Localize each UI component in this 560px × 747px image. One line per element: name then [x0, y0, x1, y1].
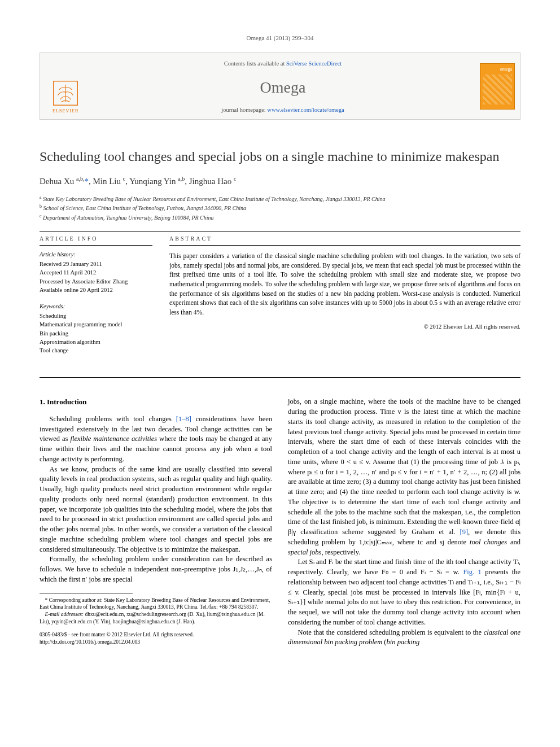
- front-matter-line: 0305-0483/$ - see front matter © 2012 El…: [40, 631, 272, 639]
- homepage-prefix: journal homepage:: [221, 107, 267, 113]
- authors-line: Dehua Xu a,b,*, Min Liu c, Yunqiang Yin …: [40, 175, 520, 187]
- keyword: Bin packing: [40, 329, 152, 338]
- history-line: Received 29 January 2011: [40, 260, 152, 268]
- article-info-heading: ARTICLE INFO: [40, 231, 152, 246]
- history-line: Processed by Associate Editor Zhang: [40, 277, 152, 286]
- history-line: Accepted 11 April 2012: [40, 268, 152, 277]
- abstract-heading: ABSTRACT: [169, 231, 520, 246]
- article-info-column: ARTICLE INFO Article history: Received 2…: [40, 231, 152, 355]
- abstract-copyright: © 2012 Elsevier Ltd. All rights reserved…: [169, 323, 520, 331]
- article-body: 1. Introduction Scheduling problems with…: [40, 397, 520, 648]
- footnotes: * Corresponding author at: State Key Lab…: [40, 597, 272, 626]
- contents-prefix: Contents lists available at: [224, 60, 286, 67]
- journal-cover: omega: [480, 63, 515, 110]
- corr-label: * Corresponding author at:: [45, 597, 104, 603]
- body-paragraph: Formally, the scheduling problem under c…: [40, 554, 272, 584]
- body-paragraph: As we know, products of the same kind ar…: [40, 465, 272, 555]
- publisher-name: ELSEVIER: [53, 107, 79, 115]
- article-history: Article history: Received 29 January 201…: [40, 250, 152, 294]
- affiliation-line: b School of Science, East China Institut…: [40, 203, 520, 212]
- elsevier-logo: ELSEVIER: [49, 75, 82, 115]
- footnote-separator: [40, 593, 133, 593]
- masthead-center: Contents lists available at SciVerse Sci…: [91, 53, 475, 119]
- article-title: Scheduling tool changes and special jobs…: [40, 148, 520, 165]
- keywords-block: Keywords: SchedulingMathematical program…: [40, 302, 152, 355]
- abstract-text: This paper considers a variation of the …: [169, 251, 520, 317]
- section-title: Introduction: [47, 397, 87, 406]
- journal-cover-art: [483, 75, 512, 104]
- affiliations: a State Key Laboratory Breeding Base of …: [40, 194, 520, 222]
- body-paragraph: jobs, on a single machine, where the too…: [288, 397, 520, 557]
- corresponding-author-note: * Corresponding author at: State Key Lab…: [40, 597, 272, 611]
- email-label: E-mail addresses:: [45, 611, 85, 617]
- affiliation-line: c Department of Automation, Tsinghua Uni…: [40, 213, 520, 222]
- header-citation: Omega 41 (2013) 299–304: [40, 34, 520, 42]
- email-addresses-note: E-mail addresses: dhxu@ecit.edu.cn, xu@s…: [40, 611, 272, 626]
- doi-link[interactable]: http://dx.doi.org/10.1016/j.omega.2012.0…: [40, 639, 272, 646]
- citation-link[interactable]: [1–8]: [176, 415, 191, 423]
- body-paragraph: Let Sᵢ and Fᵢ be the start time and fini…: [288, 557, 520, 627]
- affiliation-line: a State Key Laboratory Breeding Base of …: [40, 194, 520, 203]
- body-paragraph: Note that the considered scheduling prob…: [288, 628, 520, 648]
- section-number: 1.: [40, 397, 45, 406]
- keyword: Tool change: [40, 346, 152, 355]
- journal-masthead: ELSEVIER Contents lists available at Sci…: [40, 53, 520, 120]
- elsevier-tree-icon: [53, 81, 78, 106]
- keyword: Approximation algorithm: [40, 338, 152, 346]
- citation-link[interactable]: Fig. 1: [463, 568, 482, 576]
- citation-link[interactable]: [9]: [460, 528, 469, 536]
- journal-homepage-link[interactable]: www.elsevier.com/locate/omega: [267, 107, 344, 113]
- doi-block: 0305-0483/$ - see front matter © 2012 El…: [40, 631, 272, 646]
- journal-cover-cell: omega: [475, 53, 520, 119]
- abstract-column: ABSTRACT This paper considers a variatio…: [169, 231, 520, 355]
- bottom-rule: [40, 377, 520, 378]
- publisher-logo-cell: ELSEVIER: [40, 53, 91, 119]
- history-label: Article history:: [40, 250, 152, 259]
- keyword: Mathematical programming model: [40, 320, 152, 329]
- journal-name: Omega: [91, 76, 475, 98]
- contents-lists-line: Contents lists available at SciVerse Sci…: [91, 60, 475, 68]
- history-line: Available online 20 April 2012: [40, 286, 152, 294]
- section-heading: 1. Introduction: [40, 397, 272, 407]
- journal-homepage-line: journal homepage: www.elsevier.com/locat…: [91, 106, 475, 115]
- keywords-label: Keywords:: [40, 302, 152, 311]
- journal-cover-label: omega: [483, 66, 512, 72]
- body-paragraph: Scheduling problems with tool changes [1…: [40, 414, 272, 465]
- sciencedirect-link[interactable]: SciVerse ScienceDirect: [286, 60, 342, 67]
- keyword: Scheduling: [40, 312, 152, 320]
